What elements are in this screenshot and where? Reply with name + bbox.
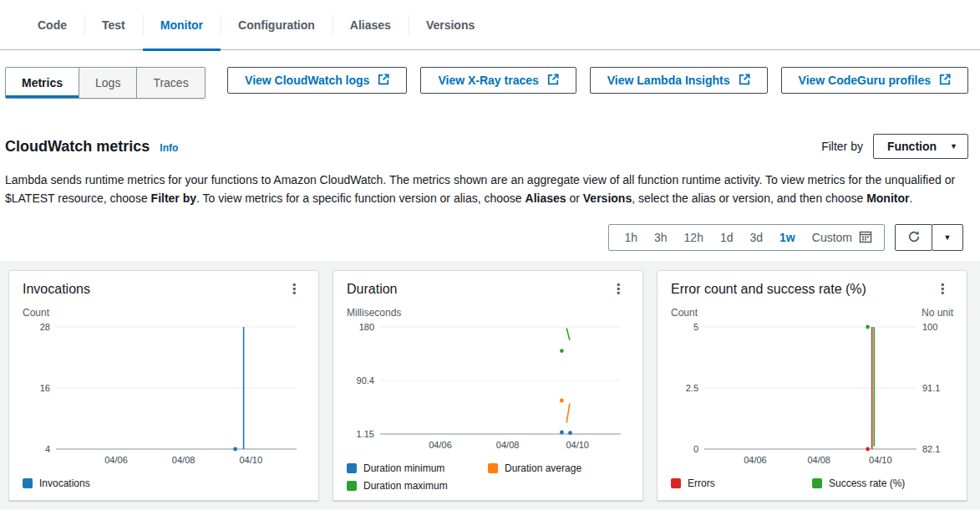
svg-text:28: 28 [40,322,50,332]
function-filter-dropdown[interactable]: Function ▼ [873,134,968,159]
external-link-icon [547,74,559,88]
legend-item[interactable]: Invocations [23,477,164,489]
tab-configuration[interactable]: Configuration [221,0,333,49]
button-label: View Lambda Insights [607,74,730,87]
external-link-icon [939,74,951,88]
svg-text:0: 0 [693,444,698,454]
kebab-menu-icon[interactable]: ⋮ [932,281,953,297]
button-label: View CloudWatch logs [245,74,369,87]
y-axis-unit-label: Count [23,307,49,319]
page-title: CloudWatch metrics [5,138,150,156]
kebab-menu-icon[interactable]: ⋮ [283,281,305,297]
right-axis-unit-label: No unit [922,307,953,319]
view-cloudwatch-logs-button[interactable]: View CloudWatch logs [227,67,407,94]
calendar-icon [859,230,872,246]
legend-swatch [23,478,33,488]
svg-text:04/06: 04/06 [429,440,452,450]
legend-label: Duration average [505,462,581,474]
tab-versions[interactable]: Versions [409,0,492,49]
external-link-icon [378,74,389,88]
svg-text:2.5: 2.5 [686,383,698,393]
refresh-icon [907,230,921,246]
chart-title: Duration [347,282,397,297]
button-label: View X-Ray traces [438,74,538,87]
legend-item[interactable]: Duration maximum [347,480,488,492]
refresh-button[interactable] [895,224,932,251]
chart-card-invocations: Invocations ⋮ Count 4162804/0604/0804/10… [8,270,319,501]
y-axis-unit-label: Milliseconds [347,307,401,319]
svg-text:04/10: 04/10 [869,455,892,465]
time-range-3d[interactable]: 3d [742,231,772,244]
legend-swatch [671,478,681,488]
tab-monitor[interactable]: Monitor [143,0,221,49]
chart-title: Invocations [23,282,90,297]
refresh-options-dropdown-button[interactable]: ▼ [932,224,963,251]
chart-card-duration: Duration ⋮ Milliseconds 1.1590.418004/06… [333,270,643,501]
svg-text:04/10: 04/10 [566,440,589,450]
caret-down-icon: ▼ [950,142,957,151]
svg-text:180: 180 [359,322,374,332]
time-range-1d[interactable]: 1d [712,231,742,244]
svg-text:04/06: 04/06 [104,455,128,465]
info-link[interactable]: Info [160,142,178,154]
tab-aliases[interactable]: Aliases [333,0,409,49]
tab-test[interactable]: Test [84,0,143,49]
monitor-subheader: Metrics Logs Traces View CloudWatch logs… [0,50,980,99]
svg-text:90.4: 90.4 [357,375,374,385]
tab-code[interactable]: Code [20,0,84,49]
filter-by-label: Filter by [821,140,863,153]
time-range-1w[interactable]: 1w [771,231,804,244]
legend-label: Errors [688,477,715,489]
legend-item[interactable]: Duration average [488,462,629,474]
refresh-button-group: ▼ [895,224,963,251]
svg-text:04/08: 04/08 [807,455,830,465]
duration-chart: 1.1590.418004/0604/0804/10 [347,320,631,454]
view-codeguru-profiles-button[interactable]: View CodeGuru profiles [781,67,968,94]
svg-text:1.15: 1.15 [357,429,374,439]
subtab-logs[interactable]: Logs [79,68,136,98]
legend-label: Success rate (%) [829,477,905,489]
caret-down-icon: ▼ [944,233,952,242]
svg-text:04/10: 04/10 [240,455,263,465]
time-range-group: 1h 3h 12h 1d 3d 1w Custom [608,224,885,251]
filter-value: Function [887,140,937,153]
legend-swatch [347,481,357,491]
view-xray-traces-button[interactable]: View X-Ray traces [420,67,576,94]
invocations-chart: 4162804/0604/0804/10 [23,320,307,469]
view-lambda-insights-button[interactable]: View Lambda Insights [590,67,768,94]
svg-text:16: 16 [40,383,50,393]
time-range-12h[interactable]: 12h [676,231,712,244]
invocations-legend: Invocations [23,477,305,489]
time-range-toolbar: 1h 3h 12h 1d 3d 1w Custom ▼ [0,207,980,261]
svg-text:4: 4 [45,444,50,454]
button-label: View CodeGuru profiles [799,74,931,87]
legend-item[interactable]: Errors [671,477,812,489]
legend-label: Invocations [39,477,90,489]
legend-item[interactable]: Duration minimum [347,462,488,474]
legend-item[interactable]: Success rate (%) [812,477,953,489]
legend-label: Duration maximum [363,480,448,492]
time-range-3h[interactable]: 3h [646,231,676,244]
legend-swatch [812,478,822,488]
legend-label: Duration minimum [363,462,444,474]
svg-text:04/08: 04/08 [172,455,195,465]
y-axis-unit-label: Count [671,307,698,319]
custom-label: Custom [812,231,852,244]
svg-text:91.1: 91.1 [922,383,940,393]
kebab-menu-icon[interactable]: ⋮ [607,281,629,297]
external-view-buttons: View CloudWatch logs View X-Ray traces V… [227,67,968,94]
chart-title: Error count and success rate (%) [671,282,866,297]
svg-text:5: 5 [693,322,698,332]
custom-range-button[interactable]: Custom [804,230,877,246]
external-link-icon [739,74,750,88]
svg-text:04/08: 04/08 [496,440,520,450]
legend-swatch [347,463,357,473]
subtab-metrics[interactable]: Metrics [6,68,79,98]
svg-text:04/06: 04/06 [744,455,767,465]
time-range-1h[interactable]: 1h [616,231,646,244]
subtab-traces[interactable]: Traces [136,68,204,98]
description: Lambda sends runtime metrics for your fu… [5,171,968,207]
svg-text:100: 100 [922,322,937,332]
function-tabs: Code Test Monitor Configuration Aliases … [0,0,980,50]
duration-legend: Duration minimumDuration averageDuration… [347,462,629,492]
